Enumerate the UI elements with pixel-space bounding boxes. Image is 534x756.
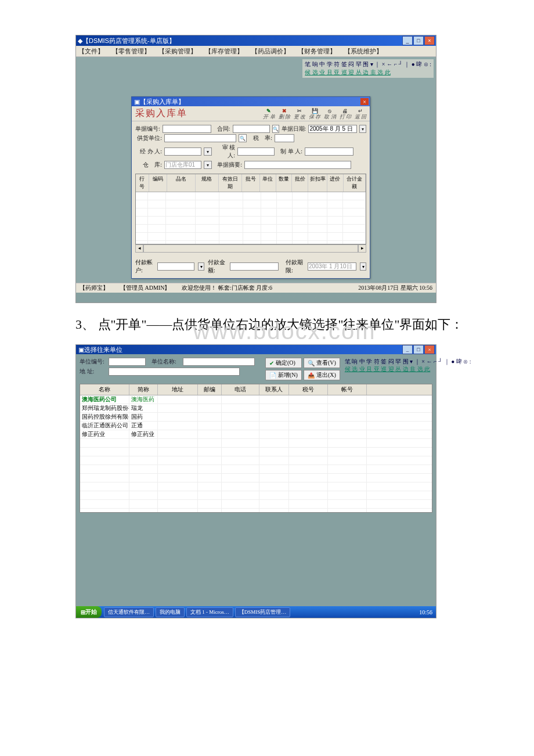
dialog-toolbar: ✎开 单 ✖删 除 ✂更 改 💾保 存 ⦸取 消 🖨打 印 ↵返 回 bbox=[263, 108, 366, 120]
vcol-tax: 税号 bbox=[289, 384, 328, 395]
table-row[interactable] bbox=[80, 456, 432, 465]
col-expiry: 有效日期 bbox=[219, 174, 242, 192]
entry-grid[interactable]: 行号 编码 品名 规格 有效日期 批号 单位 数量 批价 折扣率 进价 合计金额 bbox=[135, 174, 366, 244]
ok-button[interactable]: ✔确定(O) bbox=[265, 358, 302, 368]
dialog-close-button[interactable]: × bbox=[360, 98, 369, 105]
menu-finance[interactable]: 【财务管理】 bbox=[298, 47, 336, 56]
close-button[interactable]: × bbox=[424, 36, 435, 45]
supplier-lookup-icon[interactable]: 🔍 bbox=[239, 134, 247, 142]
taskbar-item[interactable]: 文档 1 - Micros… bbox=[186, 607, 233, 617]
vendor-addr-input[interactable] bbox=[109, 368, 240, 376]
menu-system[interactable]: 【系统维护】 bbox=[344, 47, 383, 56]
hscroll-right-icon[interactable]: ▸ bbox=[358, 244, 366, 253]
taskbar-item[interactable]: 信天通软件有限… bbox=[104, 607, 154, 617]
new-button[interactable]: 📄新增(N) bbox=[265, 370, 302, 380]
minimize-button[interactable]: _ bbox=[402, 36, 413, 45]
vendor-no-input[interactable] bbox=[109, 358, 146, 366]
vendor-grid[interactable]: 名称 简称 地址 邮编 电话 联系人 税号 帐号 澳海医药公司澳海医药郑州瑞龙制… bbox=[80, 384, 432, 513]
pay-amount-input[interactable] bbox=[230, 262, 279, 271]
menu-stock[interactable]: 【库存管理】 bbox=[205, 47, 243, 56]
toolbar-save-icon[interactable]: 💾保 存 bbox=[309, 108, 320, 120]
pay-acct-label: 付款帐户: bbox=[135, 258, 154, 275]
pay-acct-input[interactable] bbox=[157, 262, 194, 271]
ime2-line2: 候 选 业 且 亚 巡 迎 丛 边 韭 选 此 bbox=[345, 365, 471, 373]
exit-button[interactable]: 📤退出(X) bbox=[304, 370, 340, 380]
tax-input[interactable] bbox=[275, 134, 294, 142]
warehouse-dropdown-icon[interactable]: ▾ bbox=[204, 161, 212, 169]
taskbar-item[interactable]: 【DSMIS药店管理… bbox=[235, 607, 291, 617]
summary-label: 单据摘要: bbox=[214, 161, 242, 169]
hscroll-track[interactable] bbox=[143, 244, 358, 253]
table-row[interactable]: 国药控股徐州有限公司国药 bbox=[80, 413, 432, 422]
status-user: 【管理员 ADMIN】 bbox=[120, 284, 170, 292]
menu-purchase[interactable]: 【采购管理】 bbox=[158, 47, 197, 56]
summary-input[interactable] bbox=[244, 161, 351, 169]
toolbar-print-icon[interactable]: 🖨打 印 bbox=[340, 108, 351, 120]
windows-icon: ⊞ bbox=[81, 609, 85, 615]
pay-deadline-input[interactable] bbox=[308, 262, 356, 271]
tax-label: 税 率: bbox=[249, 134, 272, 142]
toolbar-delete-icon[interactable]: ✖删 除 bbox=[279, 108, 290, 120]
taskbar-item[interactable]: 我的电脑 bbox=[156, 607, 185, 617]
contract-input[interactable] bbox=[233, 125, 270, 133]
menu-price[interactable]: 【药品调价】 bbox=[251, 47, 290, 56]
status-welcome: 欢迎您使用！ 帐套:门店帐套 月度:6 bbox=[182, 284, 272, 292]
table-row[interactable] bbox=[80, 491, 432, 500]
hscroll-left-icon[interactable]: ◂ bbox=[135, 244, 143, 253]
toolbar-return-icon[interactable]: ↵返 回 bbox=[355, 108, 366, 120]
auditor-input[interactable] bbox=[237, 147, 275, 156]
app-icon: ◆ bbox=[78, 37, 82, 45]
view-button[interactable]: 🔍查看(V) bbox=[304, 358, 340, 368]
menu-retail[interactable]: 【零售管理】 bbox=[112, 47, 150, 56]
menubar: 【文件】 【零售管理】 【采购管理】 【库存管理】 【药品调价】 【财务管理】 … bbox=[76, 46, 436, 57]
creator-input[interactable] bbox=[305, 147, 353, 156]
table-row[interactable] bbox=[80, 509, 432, 513]
grid-body[interactable] bbox=[136, 192, 366, 244]
maximize-button[interactable]: □ bbox=[413, 36, 424, 45]
date-input[interactable] bbox=[308, 125, 357, 133]
supplier-label: 供货单位: bbox=[135, 134, 162, 142]
status-product: 【药师宝】 bbox=[80, 284, 109, 292]
menu-file[interactable]: 【文件】 bbox=[78, 47, 104, 56]
table-row[interactable] bbox=[80, 439, 432, 448]
toolbar-new-icon[interactable]: ✎开 单 bbox=[263, 108, 275, 120]
dialog-icon: ▣ bbox=[134, 98, 140, 106]
doc-no-input[interactable] bbox=[163, 125, 211, 133]
table-row[interactable]: 澳海医药公司澳海医药 bbox=[80, 395, 432, 404]
vcol-contact: 联系人 bbox=[259, 384, 289, 395]
purchase-entry-dialog: ▣ 【采购入库单】 × 采购入库单 ✎开 单 ✖删 除 ✂更 改 💾保 存 ⦸取… bbox=[131, 96, 370, 279]
date-dropdown-icon[interactable]: ▾ bbox=[359, 125, 366, 133]
ime-line2: 候 选 业 且 亚 巡 迎 丛 边 韭 选 此 bbox=[305, 69, 431, 77]
start-button[interactable]: ⊞ 开始 bbox=[76, 606, 102, 618]
screenshot-select-vendor: ▣ 选择往来单位 _ □ × 单位编号: 单位名称: 地 址: bbox=[75, 344, 436, 618]
table-row[interactable] bbox=[80, 474, 432, 483]
col-name: 品名 bbox=[167, 174, 196, 192]
vendor-minimize-button[interactable]: _ bbox=[402, 345, 413, 354]
table-row[interactable] bbox=[80, 483, 432, 491]
vcol-name: 名称 bbox=[80, 384, 129, 395]
supplier-input[interactable] bbox=[164, 134, 236, 142]
view-icon: 🔍 bbox=[308, 360, 315, 366]
vendor-maximize-button[interactable]: □ bbox=[413, 345, 424, 354]
window-title: 【DSMIS药店管理系统-单店版】 bbox=[82, 37, 175, 45]
toolbar-cancel-icon[interactable]: ⦸取 消 bbox=[324, 108, 335, 120]
ime2-line1: 笔 响 中 学 符 签 闷 罕 围 ▾ ｜ × ← ⌐ ┘ ｜ ● 啤 ⊙ : bbox=[345, 358, 471, 365]
table-row[interactable] bbox=[80, 500, 432, 509]
toolbar-edit-icon[interactable]: ✂更 改 bbox=[294, 108, 305, 120]
vendor-name-input[interactable] bbox=[183, 358, 255, 366]
handler-dropdown-icon[interactable]: ▾ bbox=[204, 147, 212, 156]
table-row[interactable]: 临沂正通医药公司正通 bbox=[80, 422, 432, 430]
col-code: 编码 bbox=[149, 174, 167, 192]
vendor-close-button[interactable]: × bbox=[424, 345, 435, 354]
table-row[interactable]: 修正药业修正药业 bbox=[80, 430, 432, 439]
exit-icon: 📤 bbox=[308, 372, 315, 379]
pay-deadline-dropdown-icon[interactable]: ▾ bbox=[360, 262, 366, 271]
table-row[interactable]: 郑州瑞龙制药股份有限公司瑞龙 bbox=[80, 404, 432, 413]
vcol-acct: 帐号 bbox=[328, 384, 367, 395]
warehouse-input[interactable] bbox=[164, 161, 201, 169]
contract-lookup-icon[interactable]: 🔍 bbox=[272, 125, 279, 133]
pay-acct-dropdown-icon[interactable]: ▾ bbox=[198, 262, 204, 271]
table-row[interactable] bbox=[80, 448, 432, 456]
table-row[interactable] bbox=[80, 465, 432, 474]
handler-input[interactable] bbox=[164, 147, 201, 156]
